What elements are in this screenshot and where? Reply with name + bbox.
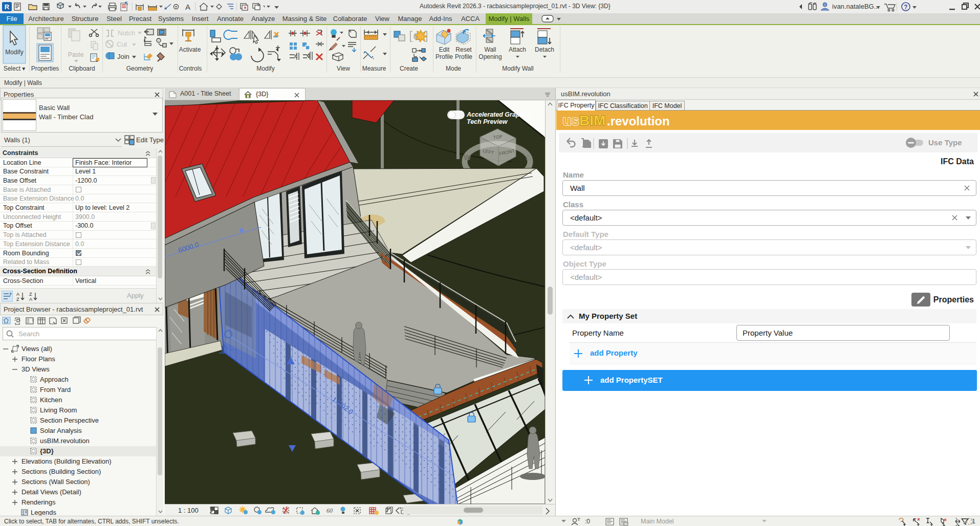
svg-text:.revolution: .revolution (607, 114, 670, 128)
svg-text:Tech Preview: Tech Preview (467, 118, 508, 125)
svg-text:?: ? (904, 4, 907, 11)
svg-text:Z: Z (29, 292, 32, 297)
svg-text:Notch: Notch (118, 29, 135, 37)
svg-text:Opening: Opening (478, 53, 502, 60)
svg-text:A: A (16, 292, 19, 297)
svg-text:Modify: Modify (5, 49, 23, 56)
svg-text:Reset: Reset (455, 46, 472, 53)
svg-text:Edit: Edit (439, 46, 450, 53)
svg-text:Detach: Detach (535, 46, 554, 53)
svg-text:Profile: Profile (435, 53, 453, 60)
svg-text:Join: Join (117, 53, 129, 60)
svg-text:Profile: Profile (455, 53, 472, 60)
svg-text:Paste: Paste (68, 51, 84, 58)
svg-text:E: E (526, 153, 531, 162)
svg-text:Attach: Attach (509, 46, 526, 53)
svg-text:Accelerated Graphics: Accelerated Graphics (466, 111, 533, 118)
svg-text:A: A (29, 297, 32, 302)
svg-text:ivan.nataleBG...: ivan.nataleBG... (832, 3, 880, 10)
svg-text:Cut: Cut (117, 40, 127, 48)
svg-text:Use Type: Use Type (928, 138, 962, 147)
svg-text:us: us (562, 113, 579, 128)
svg-text:W: W (464, 153, 471, 162)
svg-text:Z: Z (16, 297, 19, 302)
svg-text:A: A (185, 3, 190, 11)
svg-text:60: 60 (326, 507, 333, 514)
svg-text:Wall: Wall (485, 46, 496, 53)
svg-text:R: R (5, 3, 10, 11)
svg-text:Activate: Activate (179, 46, 201, 53)
svg-text:BIM: BIM (579, 113, 605, 128)
